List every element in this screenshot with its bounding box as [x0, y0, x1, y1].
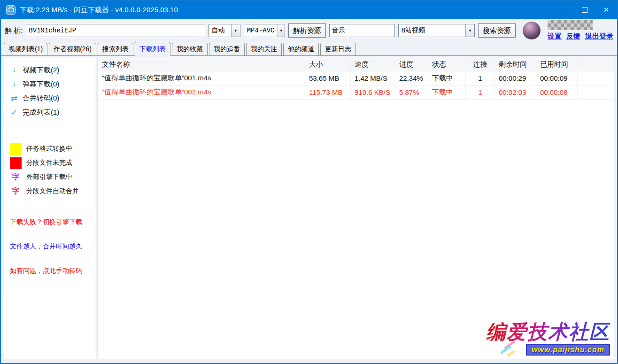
legend-label: 分段文件未完成 [26, 159, 72, 167]
watermark-title: 编爱技术社区 [486, 322, 610, 342]
tab-download-list[interactable]: 下载列表 [135, 42, 170, 56]
download-arrow-icon: ↓ [10, 65, 18, 75]
sidebar-item-label: 完成列表(1) [23, 108, 59, 117]
search-resource-button[interactable]: 搜索资源 [478, 23, 516, 38]
mode-select-value: 自动 [209, 24, 231, 37]
toolbar: 解 析: 自动 ▼ MP4-AVC ▼ 解析资源 B站视频 ▼ 搜索资源 设置 … [1, 19, 617, 42]
tab-my-favorites[interactable]: 我的收藏 [172, 43, 208, 55]
parse-url-input[interactable] [26, 24, 205, 37]
parse-resource-button[interactable]: 解析资源 [288, 23, 326, 38]
username-censored [548, 20, 593, 30]
legend-label: 外部引擎下载中 [26, 173, 72, 181]
purple-char-icon: 字 [10, 172, 22, 182]
cell-remaining-time: 00:00:29 [495, 71, 536, 85]
tab-update-log[interactable]: 更新日志 [320, 43, 356, 55]
tab-my-following[interactable]: 我的关注 [246, 43, 282, 55]
cell-size: 53.65 MB [305, 71, 351, 85]
cell-progress: 22.34% [395, 71, 428, 85]
maximize-button[interactable] [574, 1, 595, 19]
close-button[interactable]: ✕ [595, 1, 617, 19]
tab-video-list[interactable]: 视频列表(1) [4, 43, 47, 55]
chevron-down-icon: ▼ [278, 24, 285, 37]
minimize-button[interactable]: — [552, 1, 574, 19]
sidebar: ↓ 视频下载(2) ↓ 弹幕下载(0) ⇄ 合并转码(0) ✓ 完成列表(1) … [4, 58, 96, 359]
cell-progress: 5.87% [395, 85, 428, 99]
user-links: 设置 反馈 退出登录 [548, 32, 613, 41]
status-legend: 任务格式转换中 分段文件未完成 字 外部引擎下载中 字 分段文件自动合并 [10, 142, 93, 198]
sidebar-item-danmaku-download[interactable]: ↓ 弹幕下载(0) [10, 77, 93, 91]
tab-search-list[interactable]: 搜索列表 [98, 43, 133, 55]
table-header-filler [578, 58, 614, 71]
legend-row-auto-merge: 字 分段文件自动合并 [10, 184, 93, 198]
feedback-link[interactable]: 反馈 [566, 32, 580, 41]
mode-select[interactable]: 自动 ▼ [209, 24, 240, 37]
tab-author-videos[interactable]: 作者视频(26) [49, 43, 96, 55]
logout-link[interactable]: 退出登录 [585, 32, 613, 41]
cell-filler [578, 85, 614, 99]
red-swatch-icon [10, 157, 22, 169]
cell-size: 115.73 MB [305, 85, 351, 99]
cell-connections: 1 [466, 85, 495, 99]
maximize-icon [582, 7, 587, 13]
note-merge-time: 文件越大，合并时间越久 [10, 242, 93, 251]
app-window: 下载:2.23 MB/s - 闪豆下载器 - v4.0.0.0-2025.03.… [0, 0, 618, 364]
format-select-value: MP4-AVC [244, 24, 278, 37]
table-header: 文件名称 大小 速度 进度 状态 连接 剩余时间 已用时间 [98, 58, 614, 71]
legend-label: 任务格式转换中 [26, 145, 72, 153]
chevron-down-icon: ▼ [465, 24, 474, 37]
sidebar-notes: 下载失败？切换引擎下载 文件越大，合并时间越久 如有问题，点此手动转码 [10, 218, 93, 275]
cell-speed: 1.42 MB/S [351, 71, 395, 85]
table-row[interactable]: “值得单曲循环的宝藏歌单”002.m4s 115.73 MB 910.6 KB/… [98, 85, 614, 100]
window-title: 下载:2.23 MB/s - 闪豆下载器 - v4.0.0.0-2025.03.… [20, 6, 178, 15]
tab-my-bangumi[interactable]: 我的追番 [209, 43, 245, 55]
parse-label: 解 析: [5, 26, 23, 35]
check-icon: ✓ [10, 108, 18, 117]
legend-row-converting: 任务格式转换中 [10, 142, 93, 156]
user-avatar[interactable] [523, 22, 541, 39]
watermark-url: www.paijishu.com [526, 344, 610, 356]
chevron-down-icon: ▼ [231, 24, 240, 37]
cell-connections: 1 [466, 71, 495, 85]
col-remaining-time[interactable]: 剩余时间 [495, 58, 536, 71]
cell-elapsed-time: 00:00:09 [536, 71, 578, 85]
cell-filename: “值得单曲循环的宝藏歌单”002.m4s [98, 85, 305, 99]
transcode-arrows-icon: ⇄ [10, 93, 18, 103]
col-filename[interactable]: 文件名称 [98, 58, 305, 71]
sidebar-item-completed-list[interactable]: ✓ 完成列表(1) [10, 105, 93, 119]
yellow-swatch-icon [10, 143, 22, 155]
search-keyword-input[interactable] [329, 24, 395, 37]
comet-streaks-icon [497, 344, 522, 356]
title-bar: 下载:2.23 MB/s - 闪豆下载器 - v4.0.0.0-2025.03.… [1, 1, 617, 19]
tab-his-channel[interactable]: 他的频道 [283, 43, 319, 55]
legend-row-external-engine: 字 外部引擎下载中 [10, 170, 93, 184]
format-select[interactable]: MP4-AVC ▼ [244, 24, 285, 37]
col-connections[interactable]: 连接 [466, 58, 495, 71]
cell-remaining-time: 00:02:03 [495, 85, 536, 99]
user-block: 设置 反馈 退出登录 [548, 20, 613, 41]
watermark: 编爱技术社区 www.paijishu.com [486, 322, 610, 356]
legend-row-segment-incomplete: 分段文件未完成 [10, 156, 93, 170]
cell-filename: “值得单曲循环的宝藏歌单”001.m4s [98, 71, 305, 85]
col-size[interactable]: 大小 [305, 58, 351, 71]
watermark-badge-row: www.paijishu.com [486, 344, 610, 356]
crimson-char-icon: 字 [10, 186, 22, 196]
sidebar-item-merge-transcode[interactable]: ⇄ 合并转码(0) [10, 91, 93, 105]
col-elapsed-time[interactable]: 已用时间 [536, 58, 578, 71]
download-table-panel: 文件名称 大小 速度 进度 状态 连接 剩余时间 已用时间 “值得单曲循环的宝藏… [98, 58, 614, 359]
tab-strip: 视频列表(1) 作者视频(26) 搜索列表 下载列表 我的收藏 我的追番 我的关… [1, 42, 617, 56]
col-speed[interactable]: 速度 [351, 58, 395, 71]
settings-link[interactable]: 设置 [548, 32, 562, 41]
cell-status: 下载中 [428, 71, 466, 85]
sidebar-item-label: 视频下载(2) [23, 66, 59, 75]
sidebar-item-video-download[interactable]: ↓ 视频下载(2) [10, 63, 93, 77]
source-select[interactable]: B站视频 ▼ [398, 24, 475, 37]
col-progress[interactable]: 进度 [395, 58, 428, 71]
note-manual-transcode[interactable]: 如有问题，点此手动转码 [10, 267, 93, 275]
cell-elapsed-time: 00:00:08 [536, 85, 578, 99]
note-switch-engine[interactable]: 下载失败？切换引擎下载 [10, 218, 93, 226]
sidebar-item-label: 合并转码(0) [23, 94, 59, 103]
cell-speed: 910.6 KB/S [351, 85, 395, 99]
col-status[interactable]: 状态 [428, 58, 466, 71]
table-row[interactable]: “值得单曲循环的宝藏歌单”001.m4s 53.65 MB 1.42 MB/S … [98, 71, 614, 85]
cell-filler [578, 71, 614, 85]
